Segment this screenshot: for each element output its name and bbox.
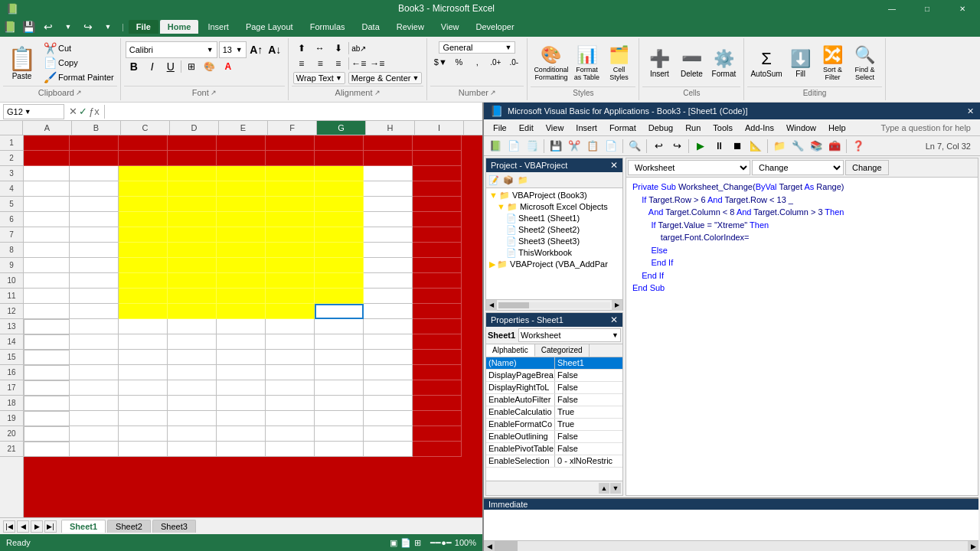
mid-align-btn[interactable]: ↔ xyxy=(312,41,328,55)
cell-g9[interactable] xyxy=(315,258,364,273)
col-header-h[interactable]: H xyxy=(366,121,415,135)
cell-e15[interactable] xyxy=(217,350,266,365)
cell-a3[interactable] xyxy=(24,166,70,181)
cell-c18[interactable] xyxy=(119,396,168,411)
cell-e8[interactable] xyxy=(217,243,266,258)
text-orient-btn[interactable]: ab↗ xyxy=(351,41,368,55)
vba-tool-paste[interactable]: 📄 xyxy=(603,138,619,155)
cell-i9[interactable] xyxy=(413,258,462,273)
delete-btn[interactable]: ➖ Delete xyxy=(676,47,707,80)
tab-view[interactable]: View xyxy=(433,20,467,34)
cell-e14[interactable] xyxy=(217,334,266,350)
vba-tool-insert-class[interactable]: 🗒️ xyxy=(524,138,541,155)
vba-menu-edit[interactable]: Edit xyxy=(513,122,540,134)
cell-e9[interactable] xyxy=(217,258,266,273)
col-header-a[interactable]: A xyxy=(23,121,72,135)
cell-b12[interactable] xyxy=(70,304,119,319)
bold-btn[interactable]: B xyxy=(126,60,142,73)
cell-a11[interactable] xyxy=(24,289,70,304)
fill-color-btn[interactable]: 🎨 xyxy=(201,60,218,73)
vba-tool-design[interactable]: 📐 xyxy=(747,138,764,155)
cell-c6[interactable] xyxy=(119,212,168,227)
col-header-i[interactable]: I xyxy=(415,121,464,135)
cell-f1[interactable] xyxy=(266,135,315,151)
cell-c4[interactable] xyxy=(119,181,168,197)
cell-i4[interactable] xyxy=(413,181,462,197)
cell-i13[interactable] xyxy=(413,319,462,334)
col-header-c[interactable]: C xyxy=(121,121,170,135)
cell-a2[interactable] xyxy=(24,151,70,166)
cell-c21[interactable] xyxy=(119,442,168,457)
underline-btn[interactable]: U xyxy=(162,60,179,73)
col-header-g[interactable]: G xyxy=(317,121,366,135)
props-row-enableformatco[interactable]: EnableFormatCo True xyxy=(486,419,622,431)
props-tab-categorized[interactable]: Categorized xyxy=(535,344,590,357)
tab-prev[interactable]: ◀ xyxy=(17,520,29,533)
save-btn[interactable]: 💾 xyxy=(19,18,38,35)
cell-c8[interactable] xyxy=(119,243,168,258)
cell-b11[interactable] xyxy=(70,289,119,304)
cell-h20[interactable] xyxy=(364,426,413,442)
cell-e4[interactable] xyxy=(217,181,266,197)
cell-g13[interactable] xyxy=(315,319,364,334)
vba-tool-cut[interactable]: ✂️ xyxy=(566,138,583,155)
undo-dropdown[interactable]: ▼ xyxy=(59,18,77,35)
cell-i6[interactable] xyxy=(413,212,462,227)
cell-c5[interactable] xyxy=(119,197,168,212)
cell-b6[interactable] xyxy=(70,212,119,227)
col-header-e[interactable]: E xyxy=(219,121,268,135)
cell-b13[interactable] xyxy=(70,319,119,334)
row-5[interactable]: 5 xyxy=(0,197,23,212)
tab-last[interactable]: ▶| xyxy=(44,520,57,533)
sort-filter-btn[interactable]: 🔀 Sort &Filter xyxy=(818,44,848,83)
vba-tool-find[interactable]: 🔍 xyxy=(626,138,643,155)
props-row-displayrighttol[interactable]: DisplayRightToL False xyxy=(486,382,622,394)
vba-menu-window[interactable]: Window xyxy=(780,122,822,134)
cell-g5[interactable] xyxy=(315,197,364,212)
cell-f6[interactable] xyxy=(266,212,315,227)
tab-data[interactable]: Data xyxy=(354,20,387,34)
vba-menu-debug[interactable]: Debug xyxy=(642,122,679,134)
cell-e21[interactable] xyxy=(217,442,266,457)
cell-e19[interactable] xyxy=(217,411,266,426)
vba-tool-insert-mod[interactable]: 📄 xyxy=(505,138,522,155)
cell-f11[interactable] xyxy=(266,289,315,304)
number-format-selector[interactable]: General ▼ xyxy=(439,41,515,54)
fill-btn[interactable]: ⬇️ Fill xyxy=(786,47,816,80)
row-13[interactable]: 13 xyxy=(0,319,23,334)
dec-dec-btn[interactable]: .0- xyxy=(505,55,522,69)
cell-g16[interactable] xyxy=(315,365,364,380)
cell-b5[interactable] xyxy=(70,197,119,212)
cell-b3[interactable] xyxy=(70,166,119,181)
accounting-btn[interactable]: $▼ xyxy=(432,55,449,69)
autosum-btn[interactable]: Σ AutoSum xyxy=(749,47,783,80)
vba-tool-toolbox[interactable]: 🧰 xyxy=(826,138,843,155)
cell-d20[interactable] xyxy=(168,426,217,442)
cell-i2[interactable] xyxy=(413,151,462,166)
cell-f21[interactable] xyxy=(266,442,315,457)
vba-tool-proj-explore[interactable]: 📁 xyxy=(771,138,788,155)
bot-align-btn[interactable]: ⬇ xyxy=(330,41,347,55)
sheet-tab-sheet1[interactable]: Sheet1 xyxy=(61,520,106,533)
cell-e5[interactable] xyxy=(217,197,266,212)
tree-sheet1[interactable]: 📄Sheet1 (Sheet1) xyxy=(488,213,621,224)
sheet-tab-sheet3[interactable]: Sheet3 xyxy=(152,520,196,533)
cell-h1[interactable] xyxy=(364,135,413,151)
border-btn[interactable]: ⊞ xyxy=(183,60,200,73)
cell-a8[interactable] xyxy=(24,243,70,258)
cell-f8[interactable] xyxy=(266,243,315,258)
tree-sheet2[interactable]: 📄Sheet2 (Sheet2) xyxy=(488,224,621,236)
formula-insert-fn[interactable]: ƒx xyxy=(89,106,100,117)
cell-f18[interactable] xyxy=(266,396,315,411)
proj-scroll-left[interactable]: ◀ xyxy=(486,300,497,311)
left-align-btn[interactable]: ≡ xyxy=(293,57,310,70)
row-18[interactable]: 18 xyxy=(0,396,23,411)
col-header-f[interactable]: F xyxy=(268,121,317,135)
cell-g14[interactable] xyxy=(315,334,364,350)
cell-a9[interactable] xyxy=(24,258,70,273)
cell-d15[interactable] xyxy=(168,350,217,365)
cell-g6[interactable] xyxy=(315,212,364,227)
cell-a1[interactable] xyxy=(24,135,70,151)
vba-tool-break[interactable]: ⏸ xyxy=(710,138,727,155)
cell-c2[interactable] xyxy=(119,151,168,166)
